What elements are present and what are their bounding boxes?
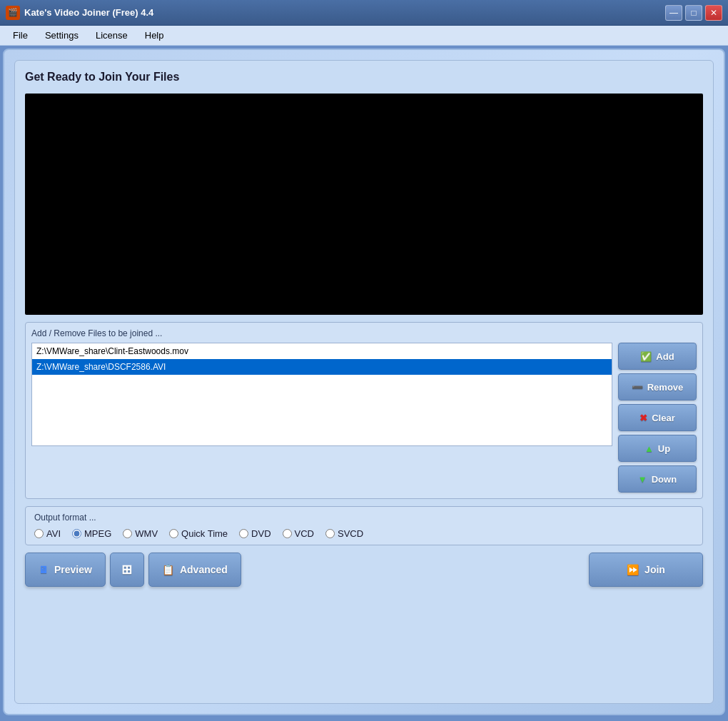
radio-quicktime[interactable] xyxy=(169,529,178,538)
file-list-box[interactable]: Z:\VMWare_share\Clint-Eastwoods.mov Z:\V… xyxy=(31,343,612,446)
format-avi[interactable]: AVI xyxy=(34,528,61,539)
file-list-item[interactable]: Z:\VMWare_share\Clint-Eastwoods.mov xyxy=(32,343,612,359)
remove-icon: ➖ xyxy=(632,382,643,393)
radio-svcd[interactable] xyxy=(325,529,335,538)
file-buttons: ✅ Add ➖ Remove ✖ Clear ▲ Up xyxy=(618,343,697,493)
main-window: Get Ready to Join Your Files Add / Remov… xyxy=(3,49,725,715)
file-list-item[interactable]: Z:\VMWare_share\DSCF2586.AVI xyxy=(32,359,612,375)
menu-settings[interactable]: Settings xyxy=(38,28,86,43)
grid-icon: ⊞ xyxy=(121,562,132,578)
menu-file[interactable]: File xyxy=(6,28,35,43)
down-button-label: Down xyxy=(652,474,677,485)
add-button[interactable]: ✅ Add xyxy=(618,343,697,370)
preview-button[interactable]: 🖥 Preview xyxy=(25,553,106,587)
menu-license[interactable]: License xyxy=(89,28,135,43)
minimize-button[interactable]: — xyxy=(665,5,682,21)
radio-vcd[interactable] xyxy=(283,529,292,538)
down-icon: ▼ xyxy=(638,474,647,485)
restore-button[interactable]: □ xyxy=(685,5,702,21)
menu-bar: File Settings License Help xyxy=(0,26,728,46)
preview-label: Preview xyxy=(54,564,92,575)
clear-button[interactable]: ✖ Clear xyxy=(618,404,697,431)
up-button[interactable]: ▲ Up xyxy=(618,435,697,462)
format-wmv[interactable]: WMV xyxy=(123,528,158,539)
advanced-label: Advanced xyxy=(180,564,228,575)
format-row: AVI MPEG WMV Quick Time DVD xyxy=(34,528,694,539)
up-icon: ▲ xyxy=(644,443,654,454)
format-vcd[interactable]: VCD xyxy=(283,528,314,539)
remove-button[interactable]: ➖ Remove xyxy=(618,373,697,400)
up-button-label: Up xyxy=(658,443,670,454)
preview-icon-button[interactable]: ⊞ xyxy=(110,553,144,587)
title-bar: 🎬 Kate's Video Joiner (Free) 4.4 — □ ✕ xyxy=(0,0,728,26)
join-button[interactable]: ⏩ Join xyxy=(589,553,703,587)
content-area: Get Ready to Join Your Files Add / Remov… xyxy=(14,60,714,704)
advanced-icon: 📋 xyxy=(162,564,174,575)
title-controls: — □ ✕ xyxy=(665,5,722,21)
advanced-button[interactable]: 📋 Advanced xyxy=(148,553,241,587)
clear-button-label: Clear xyxy=(652,413,675,423)
radio-mpeg[interactable] xyxy=(72,529,81,538)
remove-button-label: Remove xyxy=(647,382,684,393)
page-title: Get Ready to Join Your Files xyxy=(25,71,703,84)
add-icon: ✅ xyxy=(640,351,652,362)
preview-icon: 🖥 xyxy=(39,564,49,575)
app-title: Kate's Video Joiner (Free) 4.4 xyxy=(24,7,153,18)
video-preview xyxy=(25,94,703,315)
bottom-buttons: 🖥 Preview ⊞ 📋 Advanced ⏩ Join xyxy=(25,553,703,587)
title-bar-left: 🎬 Kate's Video Joiner (Free) 4.4 xyxy=(6,6,153,20)
format-mpeg[interactable]: MPEG xyxy=(72,528,111,539)
app-icon: 🎬 xyxy=(6,6,20,20)
file-section-label: Add / Remove Files to be joined ... xyxy=(31,328,697,338)
menu-help[interactable]: Help xyxy=(138,28,171,43)
add-button-label: Add xyxy=(656,351,674,362)
format-quicktime[interactable]: Quick Time xyxy=(169,528,228,539)
radio-avi[interactable] xyxy=(34,529,44,538)
join-label: Join xyxy=(644,564,665,575)
format-section: Output format ... AVI MPEG WMV Quick Tim… xyxy=(25,506,703,545)
close-button[interactable]: ✕ xyxy=(705,5,722,21)
file-section: Add / Remove Files to be joined ... Z:\V… xyxy=(25,322,703,499)
format-dvd[interactable]: DVD xyxy=(239,528,271,539)
down-button[interactable]: ▼ Down xyxy=(618,465,697,493)
format-label: Output format ... xyxy=(34,513,694,523)
file-list-row: Z:\VMWare_share\Clint-Eastwoods.mov Z:\V… xyxy=(31,343,697,493)
format-svcd[interactable]: SVCD xyxy=(325,528,363,539)
radio-dvd[interactable] xyxy=(239,529,248,538)
join-icon: ⏩ xyxy=(627,564,639,575)
radio-wmv[interactable] xyxy=(123,529,132,538)
clear-icon: ✖ xyxy=(639,413,647,423)
